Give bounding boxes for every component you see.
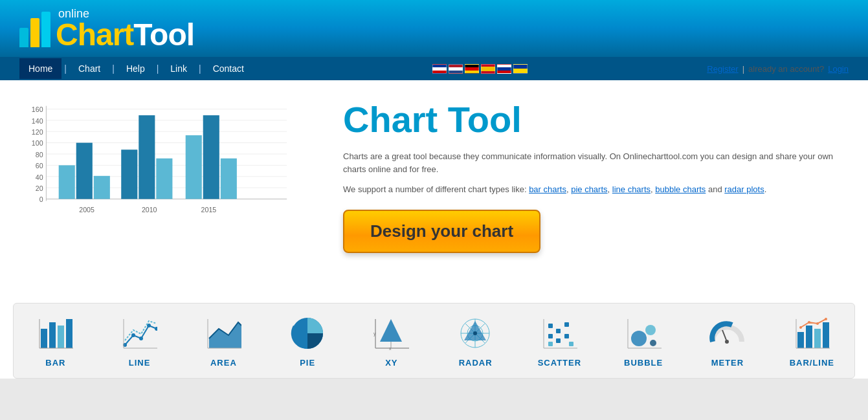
- svg-rect-57: [556, 329, 561, 333]
- chart-type-bar[interactable]: BAR: [23, 307, 88, 374]
- chart-type-line[interactable]: LINE: [107, 307, 172, 374]
- xy-label: XY: [385, 358, 397, 368]
- svg-point-76: [808, 321, 810, 324]
- content-area: 160 140 120 100 80 60 40 20 0: [0, 80, 868, 303]
- desc2-and: and: [708, 184, 724, 194]
- bar-chart-icon: [36, 314, 75, 353]
- svg-point-66: [631, 331, 647, 346]
- chart-type-area[interactable]: AREA: [191, 307, 256, 374]
- bar-2010-v3: [156, 159, 172, 199]
- desc2-start: We support a number of different chart t…: [343, 184, 527, 194]
- svg-rect-59: [548, 334, 553, 338]
- area-chart-icon: [204, 314, 243, 353]
- bar-charts-link[interactable]: bar charts: [529, 184, 566, 194]
- radar-plots-link[interactable]: radar plots: [724, 184, 764, 194]
- page-title: Chart Tool: [343, 100, 849, 140]
- scatter-chart-icon: [540, 314, 579, 353]
- bubble-chart-icon: [624, 314, 663, 353]
- bubble-charts-link[interactable]: bubble charts: [655, 184, 706, 194]
- svg-point-53: [473, 331, 477, 335]
- svg-point-75: [799, 326, 802, 329]
- svg-point-68: [650, 340, 656, 346]
- svg-point-78: [825, 318, 827, 320]
- nav-chart[interactable]: Chart: [69, 58, 109, 79]
- svg-text:2005: 2005: [79, 206, 95, 214]
- chart-type-bubble[interactable]: BUBBLE: [611, 307, 676, 374]
- header: online ChartTool: [0, 0, 868, 57]
- svg-marker-42: [380, 319, 402, 342]
- auth-sep: |: [742, 64, 744, 74]
- design-chart-button[interactable]: Design your chart: [343, 210, 540, 253]
- chart-type-barline[interactable]: BAR/LINE: [779, 307, 845, 374]
- logo-bar-1: [19, 28, 28, 47]
- svg-text:2015: 2015: [201, 206, 217, 214]
- auth-section: Register | already an account? Login: [707, 64, 849, 74]
- flag-nl[interactable]: [449, 64, 463, 74]
- bar-2010-v1: [121, 149, 137, 199]
- nav-sep-3: |: [154, 63, 162, 74]
- bar-2010-v2: [139, 115, 155, 199]
- flag-uk[interactable]: [432, 64, 447, 74]
- chart-type-radar[interactable]: RADAR: [443, 307, 508, 374]
- svg-point-30: [131, 333, 135, 337]
- nav-home[interactable]: Home: [19, 58, 61, 79]
- svg-marker-36: [209, 322, 241, 348]
- svg-rect-60: [556, 338, 561, 343]
- flag-es[interactable]: [481, 64, 495, 74]
- logo-bar-2: [30, 18, 39, 47]
- flag-de[interactable]: [465, 64, 479, 74]
- bar-chart-svg: 160 140 120 100 80 60 40 20 0: [19, 100, 304, 281]
- svg-text:60: 60: [36, 162, 43, 170]
- flag-ru[interactable]: [497, 64, 511, 74]
- barline-chart-icon: [792, 314, 831, 353]
- svg-text:100: 100: [32, 139, 43, 147]
- svg-rect-23: [41, 329, 47, 348]
- chart-types-bar: BAR LINE: [13, 303, 855, 379]
- nav-help[interactable]: Help: [117, 58, 154, 79]
- svg-text:x: x: [389, 346, 392, 351]
- chart-type-meter[interactable]: METER: [695, 307, 760, 374]
- chart-type-pie[interactable]: PIE: [275, 307, 340, 374]
- bar-2015-v3: [221, 159, 237, 199]
- svg-rect-72: [806, 326, 812, 348]
- svg-line-70: [722, 330, 727, 342]
- login-link[interactable]: Login: [828, 64, 849, 74]
- svg-text:0: 0: [39, 195, 43, 203]
- line-charts-link[interactable]: line charts: [612, 184, 651, 194]
- radar-chart-icon: [456, 314, 495, 353]
- bar-2015-v1: [186, 135, 202, 199]
- svg-point-67: [645, 325, 656, 335]
- meter-chart-icon: [708, 314, 747, 353]
- svg-text:40: 40: [36, 173, 43, 181]
- register-link[interactable]: Register: [707, 64, 738, 74]
- scatter-label: SCATTER: [538, 358, 581, 368]
- pie-label: PIE: [300, 358, 315, 368]
- svg-rect-56: [548, 324, 553, 328]
- bubble-label: BUBBLE: [624, 358, 663, 368]
- svg-rect-61: [564, 334, 569, 338]
- desc-1: Charts are a great tool because they com…: [343, 150, 849, 177]
- svg-text:20: 20: [36, 184, 43, 192]
- line-label: LINE: [129, 358, 151, 368]
- flag-ua[interactable]: [513, 64, 528, 74]
- svg-rect-26: [66, 319, 72, 348]
- nav-contact[interactable]: Contact: [204, 58, 253, 79]
- barline-label: BAR/LINE: [790, 358, 834, 368]
- chart-type-xy[interactable]: x y XY: [359, 307, 424, 374]
- meter-label: METER: [711, 358, 744, 368]
- svg-text:2010: 2010: [142, 206, 157, 214]
- logo[interactable]: online ChartTool: [19, 8, 194, 57]
- chart-type-scatter[interactable]: SCATTER: [527, 307, 592, 374]
- svg-point-31: [139, 337, 143, 340]
- svg-point-77: [816, 322, 819, 325]
- svg-text:120: 120: [32, 128, 43, 136]
- bar-2015-v2: [203, 115, 219, 199]
- navbar: Home | Chart | Help | Link | Contact Reg…: [0, 57, 868, 80]
- svg-rect-74: [823, 322, 829, 348]
- svg-rect-58: [564, 322, 569, 327]
- language-flags: [432, 64, 528, 74]
- pie-charts-link[interactable]: pie charts: [571, 184, 607, 194]
- svg-text:140: 140: [32, 117, 43, 125]
- nav-link[interactable]: Link: [161, 58, 196, 79]
- logo-chart: Chart: [56, 17, 133, 52]
